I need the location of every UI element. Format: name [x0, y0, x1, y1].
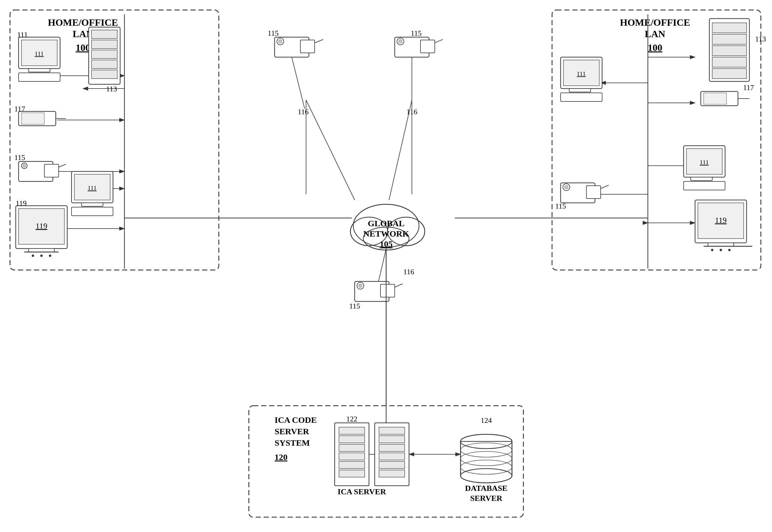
svg-rect-153 — [339, 461, 365, 469]
svg-line-38 — [306, 100, 355, 200]
svg-point-72 — [23, 164, 26, 167]
svg-rect-143 — [708, 243, 734, 246]
svg-rect-60 — [91, 30, 117, 39]
svg-line-111 — [292, 57, 305, 109]
svg-rect-158 — [379, 436, 405, 443]
diagram-container: HOME/OFFICE LAN 100 HOME/OFFICE LAN 100 … — [0, 0, 772, 532]
svg-rect-137 — [587, 186, 601, 199]
svg-point-106 — [359, 284, 362, 287]
svg-text:122: 122 — [346, 415, 358, 423]
svg-point-136 — [564, 185, 568, 189]
svg-rect-132 — [691, 177, 712, 181]
svg-rect-114 — [712, 23, 747, 33]
svg-text:117: 117 — [14, 105, 25, 113]
svg-rect-124 — [560, 93, 602, 101]
svg-text:SYSTEM: SYSTEM — [275, 438, 310, 447]
svg-rect-117 — [712, 57, 747, 67]
svg-line-108 — [395, 284, 403, 287]
svg-rect-99 — [420, 40, 435, 53]
svg-line-94 — [315, 39, 323, 43]
svg-text:111: 111 — [17, 31, 28, 39]
svg-line-100 — [435, 39, 443, 43]
svg-text:115: 115 — [349, 302, 360, 310]
svg-text:124: 124 — [481, 416, 492, 425]
svg-rect-161 — [379, 461, 405, 469]
svg-text:ICA SERVER: ICA SERVER — [338, 487, 386, 496]
svg-text:115: 115 — [411, 29, 422, 37]
svg-line-42 — [378, 249, 386, 286]
svg-line-138 — [601, 185, 609, 189]
svg-text:116: 116 — [406, 108, 417, 116]
svg-text:SERVER: SERVER — [275, 427, 309, 436]
svg-rect-126 — [704, 93, 727, 104]
svg-rect-79 — [81, 203, 103, 206]
svg-rect-63 — [91, 60, 117, 69]
svg-rect-107 — [380, 284, 395, 297]
svg-rect-67 — [21, 113, 44, 124]
svg-rect-62 — [91, 50, 117, 59]
svg-rect-64 — [91, 70, 117, 79]
svg-rect-150 — [339, 436, 365, 443]
svg-rect-118 — [712, 69, 747, 79]
svg-rect-115 — [712, 34, 747, 44]
svg-text:119: 119 — [16, 199, 27, 207]
svg-text:117: 117 — [743, 83, 754, 92]
svg-rect-160 — [379, 453, 405, 460]
svg-rect-57 — [19, 73, 60, 81]
svg-text:100: 100 — [76, 42, 90, 53]
svg-text:115: 115 — [268, 29, 279, 37]
svg-text:DATABASE: DATABASE — [465, 484, 507, 493]
svg-rect-84 — [29, 249, 54, 252]
svg-point-87 — [40, 255, 43, 257]
svg-point-98 — [399, 40, 402, 43]
svg-text:GLOBAL: GLOBAL — [368, 219, 404, 228]
svg-text:116: 116 — [403, 268, 414, 276]
svg-rect-162 — [379, 470, 405, 477]
svg-text:119: 119 — [36, 221, 47, 230]
svg-rect-80 — [71, 207, 113, 216]
svg-rect-73 — [44, 164, 59, 177]
svg-rect-149 — [339, 427, 365, 434]
svg-text:111: 111 — [35, 50, 43, 57]
svg-text:115: 115 — [14, 153, 25, 162]
svg-text:HOME/OFFICE: HOME/OFFICE — [48, 17, 118, 28]
svg-text:NETWORK: NETWORK — [363, 229, 409, 238]
svg-rect-159 — [379, 444, 405, 451]
svg-text:113: 113 — [755, 35, 766, 43]
svg-rect-152 — [339, 453, 365, 460]
svg-text:105: 105 — [380, 239, 393, 249]
svg-rect-133 — [684, 181, 725, 190]
svg-point-146 — [720, 249, 722, 251]
svg-rect-157 — [379, 427, 405, 434]
svg-rect-56 — [29, 69, 50, 72]
svg-rect-154 — [339, 470, 365, 477]
svg-text:111: 111 — [700, 159, 709, 166]
svg-text:113: 113 — [106, 85, 117, 93]
svg-point-147 — [728, 249, 731, 251]
svg-text:120: 120 — [275, 452, 288, 462]
svg-text:HOME/OFFICE: HOME/OFFICE — [620, 17, 690, 28]
svg-text:115: 115 — [555, 202, 566, 210]
svg-text:111: 111 — [87, 184, 96, 191]
svg-text:119: 119 — [715, 216, 727, 225]
svg-text:111: 111 — [576, 70, 586, 77]
svg-rect-151 — [339, 444, 365, 451]
svg-line-74 — [59, 164, 66, 167]
svg-text:ICA CODE: ICA CODE — [275, 415, 317, 425]
svg-point-88 — [49, 255, 51, 257]
svg-point-86 — [32, 255, 34, 257]
svg-rect-123 — [569, 89, 591, 92]
svg-text:100: 100 — [648, 42, 663, 53]
svg-rect-61 — [91, 40, 117, 49]
svg-rect-93 — [300, 40, 315, 53]
svg-rect-116 — [712, 46, 747, 56]
svg-point-145 — [711, 249, 713, 251]
svg-text:116: 116 — [298, 108, 309, 116]
svg-text:SERVER: SERVER — [470, 494, 502, 503]
main-diagram: HOME/OFFICE LAN 100 HOME/OFFICE LAN 100 … — [0, 0, 772, 532]
svg-point-92 — [279, 40, 282, 43]
